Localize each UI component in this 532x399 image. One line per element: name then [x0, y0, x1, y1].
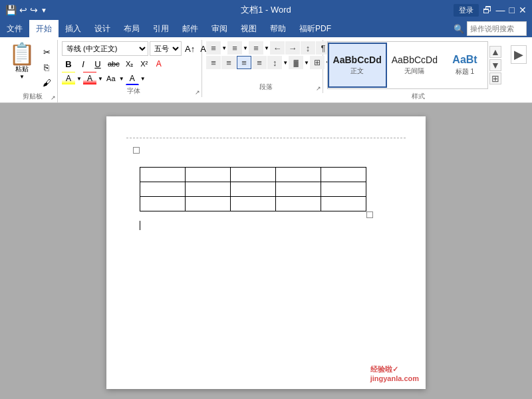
- table-container[interactable]: [140, 154, 366, 211]
- strikethrough-button[interactable]: abc: [106, 57, 122, 70]
- table-resize-handle[interactable]: [366, 211, 373, 218]
- superscript-button[interactable]: X²: [138, 57, 151, 70]
- menu-references[interactable]: 引用: [146, 20, 176, 37]
- document-page[interactable]: 经验啦✓ jingyanla.com: [106, 116, 426, 389]
- menu-file[interactable]: 文件: [0, 20, 29, 37]
- clear-format-button[interactable]: A: [152, 57, 166, 70]
- change-case-button[interactable]: Aa: [104, 72, 118, 85]
- align-right-button[interactable]: ≡: [237, 56, 251, 69]
- shading-button[interactable]: ▓: [289, 56, 303, 69]
- styles-expand-button[interactable]: ⊞: [489, 72, 501, 84]
- shading-dropdown[interactable]: ▼: [140, 76, 146, 82]
- bullets-button[interactable]: ≡: [206, 41, 221, 55]
- title-bar-right: 登录 🗗 — □ ✕: [454, 4, 527, 17]
- table-cell[interactable]: [186, 197, 231, 211]
- maximize-icon[interactable]: □: [509, 5, 515, 15]
- ribbon-group-styles: AaBbCcDd 正文 AaBbCcDd 无间隔 AaBt 标题 1 ▲ ▼ ⊞…: [323, 40, 505, 102]
- table-cell[interactable]: [231, 168, 276, 182]
- style-item-h1[interactable]: AaBt 标题 1: [442, 43, 487, 88]
- menu-review[interactable]: 审阅: [205, 20, 234, 37]
- cut-button[interactable]: ✂: [40, 45, 53, 59]
- menu-home[interactable]: 开始: [29, 20, 59, 37]
- numbering-button[interactable]: ≡: [227, 41, 242, 55]
- search-input[interactable]: [470, 25, 523, 33]
- table-cell[interactable]: [321, 182, 366, 197]
- align-center-button[interactable]: ≡: [221, 56, 236, 69]
- paste-dropdown-icon[interactable]: ▼: [19, 74, 25, 80]
- numbering-dropdown[interactable]: ▼: [243, 45, 248, 51]
- clipboard-expand[interactable]: ↗: [51, 94, 56, 101]
- styles-scroll-up[interactable]: ▲: [489, 46, 501, 58]
- font-color-button[interactable]: A: [83, 72, 96, 85]
- watermark: 经验啦✓ jingyanla.com: [370, 364, 419, 382]
- underline-button[interactable]: U: [91, 57, 104, 70]
- table-cell[interactable]: [140, 168, 186, 182]
- ribbon-right-area: ▶: [505, 40, 532, 66]
- document-table[interactable]: [140, 167, 366, 211]
- paragraph-expand[interactable]: ↗: [316, 85, 321, 92]
- undo-icon[interactable]: ↩: [19, 5, 27, 15]
- ruler-line: [126, 138, 406, 138]
- watermark-line2: jingyanla.com: [370, 374, 419, 382]
- paste-button[interactable]: 📋 粘贴 ▼: [4, 41, 40, 82]
- style-item-normal[interactable]: AaBbCcDd 正文: [328, 43, 387, 88]
- table-cell[interactable]: [140, 197, 186, 211]
- menu-mail[interactable]: 邮件: [176, 20, 205, 37]
- sort-button[interactable]: ↕: [301, 41, 315, 55]
- table-move-handle[interactable]: [133, 147, 140, 154]
- shading-color-dropdown[interactable]: ▼: [304, 60, 309, 66]
- customize-icon[interactable]: ▼: [41, 7, 47, 14]
- highlight-color-button[interactable]: A: [62, 72, 75, 85]
- bullets-dropdown[interactable]: ▼: [221, 45, 227, 51]
- multilevel-button[interactable]: ≡: [249, 41, 263, 55]
- table-cell[interactable]: [186, 182, 231, 197]
- save-icon[interactable]: 💾: [5, 5, 17, 15]
- menu-design[interactable]: 设计: [88, 20, 117, 37]
- text-cursor-area[interactable]: [140, 219, 392, 232]
- multilevel-dropdown[interactable]: ▼: [264, 45, 269, 51]
- table-cell[interactable]: [276, 168, 321, 182]
- restore-icon[interactable]: 🗗: [483, 5, 492, 15]
- close-icon[interactable]: ✕: [519, 5, 527, 15]
- font-name-select[interactable]: 等线 (中文正文): [62, 41, 148, 56]
- table-cell[interactable]: [186, 168, 231, 182]
- table-cell[interactable]: [276, 182, 321, 197]
- font-size-increase-button[interactable]: A↑: [183, 42, 197, 55]
- font-expand[interactable]: ↗: [195, 89, 200, 96]
- font-color-btn2[interactable]: A: [126, 72, 139, 85]
- styles-scroll-down[interactable]: ▼: [489, 59, 501, 71]
- redo-icon[interactable]: ↪: [30, 5, 38, 15]
- highlight-dropdown[interactable]: ▼: [76, 76, 82, 82]
- more-ribbon-icon[interactable]: ▶: [511, 45, 527, 64]
- minimize-icon[interactable]: —: [496, 5, 505, 15]
- format-painter-button[interactable]: 🖌: [40, 76, 53, 89]
- menu-layout[interactable]: 布局: [117, 20, 146, 37]
- table-cell[interactable]: [321, 168, 366, 182]
- table-cell[interactable]: [276, 197, 321, 211]
- change-case-dropdown[interactable]: ▼: [119, 76, 124, 82]
- font-size-select[interactable]: 五号: [150, 41, 182, 56]
- justify-button[interactable]: ≡: [252, 56, 267, 69]
- style-h1-preview: AaBt: [452, 54, 477, 66]
- document-area[interactable]: 经验啦✓ jingyanla.com: [0, 103, 532, 399]
- align-left-button[interactable]: ≡: [206, 56, 221, 69]
- copy-button[interactable]: ⎘: [40, 61, 53, 74]
- increase-indent-button[interactable]: →: [285, 41, 300, 55]
- login-button[interactable]: 登录: [454, 4, 479, 17]
- italic-button[interactable]: I: [76, 57, 90, 70]
- menu-view[interactable]: 视图: [234, 20, 263, 37]
- table-cell[interactable]: [321, 197, 366, 211]
- table-cell[interactable]: [231, 197, 276, 211]
- bold-button[interactable]: B: [62, 57, 75, 70]
- style-item-nospace[interactable]: AaBbCcDd 无间隔: [387, 43, 442, 88]
- menu-insert[interactable]: 插入: [59, 20, 88, 37]
- decrease-indent-button[interactable]: ←: [270, 41, 285, 55]
- line-spacing-dropdown[interactable]: ▼: [283, 60, 288, 66]
- menu-foxitpdf[interactable]: 福昕PDF: [293, 20, 338, 37]
- font-color-dropdown[interactable]: ▼: [98, 76, 103, 82]
- subscript-button[interactable]: X₂: [123, 57, 136, 70]
- table-cell[interactable]: [140, 182, 186, 197]
- menu-help[interactable]: 帮助: [263, 20, 293, 37]
- line-spacing-button[interactable]: ↕: [267, 56, 282, 69]
- table-cell[interactable]: [231, 182, 276, 197]
